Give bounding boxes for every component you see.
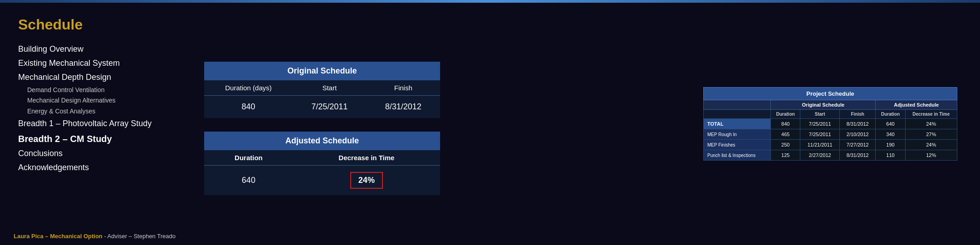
ps-title: Project Schedule: [704, 88, 957, 100]
ps-rough-d2: 340: [876, 129, 905, 140]
ps-row-punch-list: Punch list & Inspections 125 2/27/2012 8…: [704, 150, 957, 161]
right-content: Project Schedule Original Schedule Adjus…: [703, 12, 966, 236]
ps-row-mep-rough: MEP Rough In 465 7/25/2011 2/10/2012 340…: [704, 129, 957, 140]
ps-col-decrease: Decrease in Time: [905, 110, 957, 119]
nav-energy-cost[interactable]: Energy & Cost Analyses: [14, 106, 186, 117]
ps-total-d1: 840: [771, 119, 800, 129]
ps-rough-label: MEP Rough In: [704, 129, 771, 140]
ps-col-finish: Finish: [840, 110, 876, 119]
ps-finishes-dec: 24%: [905, 140, 957, 150]
adjusted-schedule-wrapper: Adjusted Schedule Duration Decrease in T…: [204, 132, 685, 195]
ps-row-mep-finishes: MEP Finishes 250 11/21/2011 7/27/2012 19…: [704, 140, 957, 150]
ps-group-header: Original Schedule Adjusted Schedule: [704, 100, 957, 110]
ps-total-dec: 24%: [905, 119, 957, 129]
ps-total-f1: 8/31/2012: [840, 119, 876, 129]
orig-data-row: 840 7/25/2011 8/31/2012: [204, 96, 440, 118]
original-schedule-table: Original Schedule Duration (days) Start …: [204, 62, 440, 118]
orig-col-start: Start: [293, 80, 366, 96]
ps-col-duration: Duration: [771, 110, 800, 119]
adj-header-row: Adjusted Schedule: [204, 132, 440, 150]
nav-breadth1[interactable]: Breadth 1 – Photovoltaic Array Study: [14, 117, 186, 131]
orig-finish-val: 8/31/2012: [367, 96, 440, 118]
adj-duration-val: 640: [204, 166, 293, 196]
center-content: Original Schedule Duration (days) Start …: [204, 12, 685, 236]
adj-col-header-row: Duration Decrease in Time: [204, 150, 440, 166]
ps-orig-label: Original Schedule: [771, 100, 876, 110]
footer: Laura Pica – Mechanical Option - Adviser…: [14, 233, 176, 240]
ps-col-adj-duration: Duration: [876, 110, 905, 119]
nav-building-overview[interactable]: Building Overview: [14, 42, 186, 56]
ps-finishes-label: MEP Finishes: [704, 140, 771, 150]
adj-data-row: 640 24%: [204, 166, 440, 196]
adj-decrease-val: 24%: [293, 166, 440, 196]
nav-existing-mechanical[interactable]: Existing Mechanical System: [14, 56, 186, 70]
ps-punch-label: Punch list & Inspections: [704, 150, 771, 161]
ps-row-total: TOTAL 840 7/25/2011 8/31/2012 640 24%: [704, 119, 957, 129]
ps-adj-label: Adjusted Schedule: [876, 100, 957, 110]
ps-finishes-d2: 190: [876, 140, 905, 150]
nav-demand-control[interactable]: Demand Control Ventilation: [14, 85, 186, 96]
orig-title: Original Schedule: [204, 62, 440, 80]
ps-punch-d2: 110: [876, 150, 905, 161]
ps-empty-cell: [704, 100, 771, 110]
ps-finishes-d1: 250: [771, 140, 800, 150]
ps-col-start: Start: [800, 110, 840, 119]
ps-rough-d1: 465: [771, 129, 800, 140]
nav-breadth2[interactable]: Breadth 2 – CM Study: [14, 131, 186, 147]
ps-total-d2: 640: [876, 119, 905, 129]
ps-rough-dec: 27%: [905, 129, 957, 140]
ps-punch-s1: 2/27/2012: [800, 150, 840, 161]
nav-mechanical-design-alt[interactable]: Mechanical Design Alternatives: [14, 95, 186, 106]
ps-punch-f1: 8/31/2012: [840, 150, 876, 161]
orig-duration-val: 840: [204, 96, 293, 118]
orig-col-header-row: Duration (days) Start Finish: [204, 80, 440, 96]
adj-col-decrease: Decrease in Time: [293, 150, 440, 166]
main-container: Schedule Building Overview Existing Mech…: [0, 3, 980, 245]
original-schedule-wrapper: Original Schedule Duration (days) Start …: [204, 62, 685, 118]
adj-decrease-box: 24%: [350, 172, 383, 189]
sidebar: Schedule Building Overview Existing Mech…: [14, 12, 186, 236]
adjusted-schedule-table: Adjusted Schedule Duration Decrease in T…: [204, 132, 440, 195]
nav-acknowledgements[interactable]: Acknowledgements: [14, 161, 186, 175]
orig-col-finish: Finish: [367, 80, 440, 96]
orig-header-row: Original Schedule: [204, 62, 440, 80]
ps-total-s1: 7/25/2011: [800, 119, 840, 129]
sidebar-nav: Building Overview Existing Mechanical Sy…: [14, 42, 186, 175]
ps-punch-dec: 12%: [905, 150, 957, 161]
ps-finishes-s1: 11/21/2011: [800, 140, 840, 150]
nav-conclusions[interactable]: Conclusions: [14, 147, 186, 161]
adj-title: Adjusted Schedule: [204, 132, 440, 150]
nav-mechanical-depth[interactable]: Mechanical Depth Design: [14, 70, 186, 84]
orig-col-duration: Duration (days): [204, 80, 293, 96]
ps-rough-f1: 2/10/2012: [840, 129, 876, 140]
ps-col-header: Duration Start Finish Duration Decrease …: [704, 110, 957, 119]
footer-bold: Laura Pica – Mechanical Option: [14, 233, 103, 240]
ps-finishes-f1: 7/27/2012: [840, 140, 876, 150]
sidebar-title: Schedule: [14, 16, 186, 33]
project-schedule-table: Project Schedule Original Schedule Adjus…: [703, 87, 957, 161]
ps-punch-d1: 125: [771, 150, 800, 161]
ps-title-row: Project Schedule: [704, 88, 957, 100]
orig-start-val: 7/25/2011: [293, 96, 366, 118]
ps-col-empty: [704, 110, 771, 119]
ps-rough-s1: 7/25/2011: [800, 129, 840, 140]
ps-total-label: TOTAL: [704, 119, 771, 129]
footer-normal: - Adviser – Stephen Treado: [103, 233, 176, 240]
adj-col-duration: Duration: [204, 150, 293, 166]
